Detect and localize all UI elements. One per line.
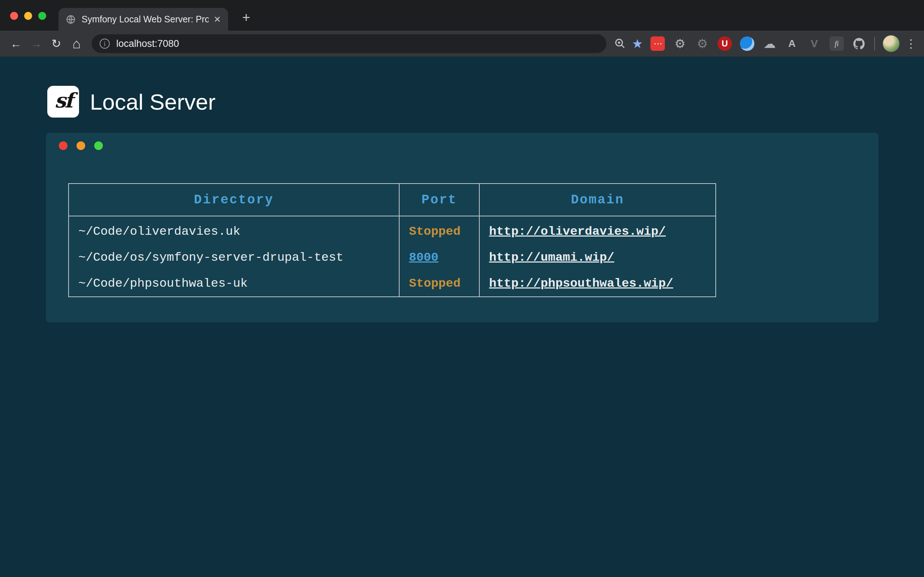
table-row: ~/Code/os/symfony-server-drupal-test 800…: [69, 245, 716, 271]
cloud-extension-icon[interactable]: ☁: [762, 36, 777, 51]
port-cell: Stopped: [399, 216, 479, 245]
domain-link[interactable]: http://oliverdavies.wip/: [489, 225, 666, 239]
directory-cell: ~/Code/oliverdavies.uk: [69, 216, 399, 245]
reload-button[interactable]: ↻: [46, 34, 66, 54]
browser-window: Symfony Local Web Server: Prox ✕ + ← → ↻…: [0, 0, 924, 577]
home-button[interactable]: ⌂: [66, 34, 87, 54]
table-header-row: Directory Port Domain: [69, 184, 716, 216]
domain-cell: http://oliverdavies.wip/: [479, 216, 716, 245]
servers-table: Directory Port Domain ~/Code/oliverdavie…: [68, 183, 716, 297]
a-extension-icon[interactable]: A: [785, 36, 799, 51]
page-content: sf Local Server Directory Port Domain: [0, 56, 924, 577]
card-red-dot: [59, 141, 68, 150]
port-cell: Stopped: [399, 271, 479, 297]
blue-circle-extension-icon[interactable]: [740, 36, 754, 51]
domain-link[interactable]: http://umami.wip/: [489, 251, 614, 264]
domain-link[interactable]: http://phpsouthwales.wip/: [489, 277, 673, 290]
window-controls: [10, 12, 46, 20]
port-link[interactable]: 8000: [409, 251, 439, 264]
browser-tab[interactable]: Symfony Local Web Server: Prox ✕: [58, 8, 228, 31]
port-cell: 8000: [399, 245, 479, 271]
toolbar-divider: [874, 37, 875, 50]
port-status-stopped: Stopped: [409, 225, 460, 239]
new-tab-button[interactable]: +: [238, 10, 254, 25]
column-header-domain: Domain: [479, 184, 716, 216]
card-orange-dot: [76, 141, 85, 150]
address-bar[interactable]: i localhost:7080: [92, 34, 606, 53]
dark-square-extension-icon[interactable]: fi: [829, 36, 844, 51]
brand-header: sf Local Server: [0, 56, 924, 118]
directory-cell: ~/Code/os/symfony-server-drupal-test: [69, 245, 399, 271]
column-header-directory: Directory: [69, 184, 399, 216]
back-button[interactable]: ←: [6, 34, 26, 54]
profile-avatar[interactable]: [883, 35, 900, 52]
symfony-logo: sf: [47, 86, 79, 118]
page-title: Local Server: [90, 89, 215, 115]
tab-title: Symfony Local Web Server: Prox: [82, 14, 208, 24]
forward-button[interactable]: →: [26, 34, 46, 54]
window-close-button[interactable]: [10, 12, 18, 20]
ublock-extension-icon[interactable]: U: [717, 36, 732, 51]
dark-gear-extension-icon[interactable]: ⚙: [695, 36, 709, 51]
browser-menu-icon[interactable]: ⋮: [904, 37, 918, 50]
github-extension-icon[interactable]: [852, 36, 866, 51]
gear-extension-icon[interactable]: ⚙: [673, 36, 687, 51]
extensions-area: ⋯ ⚙ ⚙ U ☁ A V fi: [650, 36, 866, 51]
site-info-icon[interactable]: i: [100, 39, 110, 49]
directory-cell: ~/Code/phpsouthwales-uk: [69, 271, 399, 297]
tab-close-icon[interactable]: ✕: [214, 15, 221, 24]
zoom-icon[interactable]: [611, 35, 629, 52]
window-zoom-button[interactable]: [38, 12, 46, 20]
tab-favicon-globe-icon: [66, 14, 76, 25]
domain-cell: http://umami.wip/: [479, 245, 716, 271]
column-header-port: Port: [399, 184, 479, 216]
server-card: Directory Port Domain ~/Code/oliverdavie…: [46, 133, 879, 322]
browser-toolbar: ← → ↻ ⌂ i localhost:7080 ★ ⋯ ⚙ ⚙ U ☁ A V…: [0, 31, 924, 56]
url-text[interactable]: localhost:7080: [116, 38, 179, 49]
bookmark-star-icon[interactable]: ★: [629, 35, 646, 52]
red-dots-extension-icon[interactable]: ⋯: [650, 36, 665, 51]
domain-cell: http://phpsouthwales.wip/: [479, 271, 716, 297]
card-green-dot: [94, 141, 103, 150]
window-minimize-button[interactable]: [24, 12, 32, 20]
card-window-dots: [59, 141, 879, 150]
table-row: ~/Code/oliverdavies.uk Stopped http://ol…: [69, 216, 716, 245]
table-row: ~/Code/phpsouthwales-uk Stopped http://p…: [69, 271, 716, 297]
tab-strip: Symfony Local Web Server: Prox ✕ +: [0, 0, 924, 31]
port-status-stopped: Stopped: [409, 277, 460, 290]
v-extension-icon[interactable]: V: [807, 36, 822, 51]
